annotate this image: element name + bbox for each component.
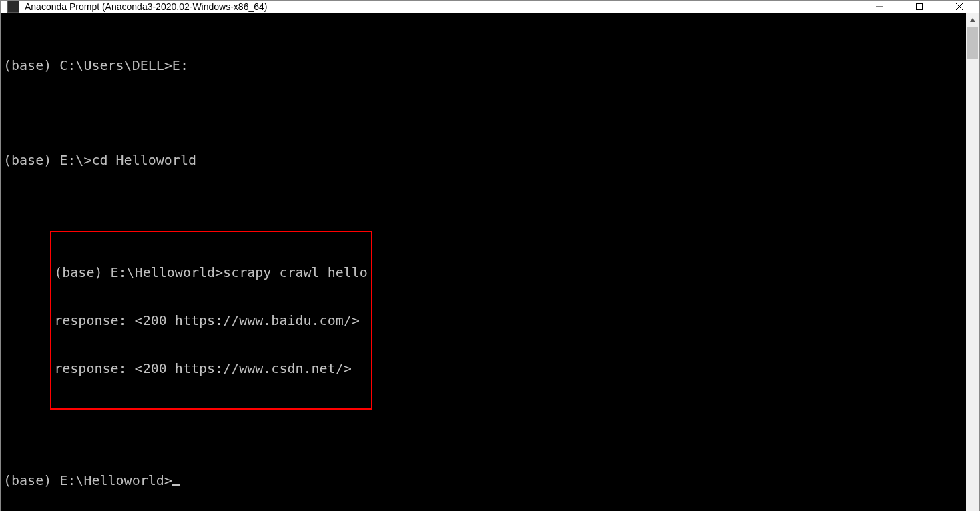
scroll-track[interactable] bbox=[966, 27, 979, 511]
highlighted-output: (base) E:\Helloworld>scrapy crawl hello … bbox=[50, 231, 372, 410]
window-title: Anaconda Prompt (Anaconda3-2020.02-Windo… bbox=[25, 1, 267, 12]
scroll-thumb[interactable] bbox=[967, 27, 978, 59]
maximize-icon bbox=[915, 3, 923, 11]
terminal-area: (base) C:\Users\DELL>E: (base) E:\>cd He… bbox=[1, 13, 979, 511]
terminal-line: response: <200 https://www.csdn.net/> bbox=[54, 360, 368, 376]
vertical-scrollbar[interactable] bbox=[966, 13, 979, 511]
titlebar-left: Anaconda Prompt (Anaconda3-2020.02-Windo… bbox=[1, 1, 859, 13]
terminal-line: response: <200 https://www.baidu.com/> bbox=[54, 312, 368, 328]
titlebar[interactable]: Anaconda Prompt (Anaconda3-2020.02-Windo… bbox=[1, 1, 979, 13]
terminal-line: (base) E:\>cd Helloworld bbox=[1, 152, 966, 168]
anaconda-prompt-window: Anaconda Prompt (Anaconda3-2020.02-Windo… bbox=[0, 0, 980, 511]
terminal-content[interactable]: (base) C:\Users\DELL>E: (base) E:\>cd He… bbox=[1, 13, 966, 511]
svg-rect-0 bbox=[876, 7, 883, 7]
window-controls bbox=[859, 1, 979, 13]
prompt-line: (base) E:\Helloworld> bbox=[1, 472, 966, 488]
minimize-icon bbox=[875, 3, 883, 11]
close-icon bbox=[955, 3, 963, 11]
cursor bbox=[172, 484, 180, 486]
scroll-up-button[interactable] bbox=[966, 13, 979, 27]
blank-line bbox=[1, 426, 966, 440]
prompt-text: (base) E:\Helloworld> bbox=[3, 472, 172, 488]
chevron-up-icon bbox=[969, 17, 976, 23]
terminal-line: (base) E:\Helloworld>scrapy crawl hello bbox=[54, 264, 368, 280]
svg-rect-1 bbox=[917, 4, 923, 10]
svg-marker-4 bbox=[970, 18, 975, 22]
close-button[interactable] bbox=[939, 1, 979, 13]
minimize-button[interactable] bbox=[859, 1, 899, 13]
blank-line bbox=[1, 105, 966, 120]
terminal-icon bbox=[7, 1, 19, 13]
terminal-line: (base) C:\Users\DELL>E: bbox=[1, 57, 966, 73]
blank-line bbox=[1, 200, 966, 215]
maximize-button[interactable] bbox=[899, 1, 939, 13]
